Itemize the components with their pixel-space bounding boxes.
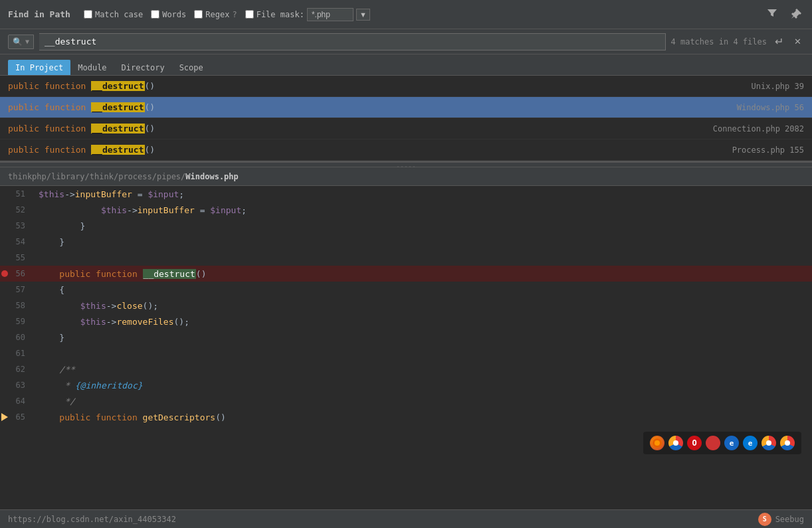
line-number: 64: [0, 396, 33, 406]
regex-checkbox[interactable]: [194, 10, 203, 19]
red-dot-icon[interactable]: [706, 436, 720, 450]
search-input[interactable]: [39, 33, 665, 50]
file-mask-checkbox[interactable]: [245, 10, 254, 19]
file-mask-dropdown[interactable]: ▼: [356, 9, 370, 21]
tab-directory[interactable]: Directory: [114, 60, 172, 75]
browser-icons-panel: O e e: [643, 432, 801, 454]
code-line-63: 63 * {@inheritdoc}: [0, 377, 812, 393]
seebug-label: Seebug: [775, 515, 804, 524]
line-number: 62: [0, 365, 33, 374]
code-line-57: 57 {: [0, 282, 812, 298]
code-content: public function __destruct(): [33, 269, 812, 279]
words-checkbox[interactable]: [151, 10, 159, 19]
tab-module[interactable]: Module: [70, 60, 114, 75]
result-file: Windows.php 56: [737, 103, 804, 112]
search-icon-wrapper: 🔍 ▼: [8, 35, 34, 49]
code-content: }: [33, 333, 812, 343]
search-dropdown-icon[interactable]: ▼: [25, 38, 29, 45]
code-content: public function getDescriptors(): [33, 412, 812, 422]
filter-button[interactable]: [764, 7, 780, 22]
result-suffix: (): [145, 102, 155, 112]
file-name: Windows.php: [185, 172, 238, 181]
words-label[interactable]: Words: [162, 10, 186, 19]
regex-label[interactable]: Regex: [205, 10, 229, 19]
code-content: {: [33, 285, 812, 295]
code-line-54: 54 }: [0, 234, 812, 250]
result-item[interactable]: public function __destruct() Unix.php 39: [0, 76, 812, 97]
line-number: 65: [0, 412, 33, 422]
code-line-58: 58 $this->close();: [0, 298, 812, 313]
code-line-60: 60 }: [0, 329, 812, 345]
result-suffix: (): [145, 81, 155, 91]
code-line-59: 59 $this->removeFiles();: [0, 313, 812, 329]
code-line-55: 55: [0, 250, 812, 266]
chrome-icon-2[interactable]: [761, 436, 776, 450]
code-line-62: 62 /**: [0, 361, 812, 377]
file-mask-group: File mask: ▼: [245, 8, 370, 21]
file-mask-label[interactable]: File mask:: [256, 10, 304, 19]
opera-icon[interactable]: O: [687, 436, 702, 450]
result-keyword: public function: [8, 81, 91, 91]
seebug-icon: S: [758, 513, 771, 526]
result-keyword: public function: [8, 124, 91, 133]
match-case-checkbox[interactable]: [84, 10, 92, 19]
result-item[interactable]: public function __destruct() Connection.…: [0, 118, 812, 139]
code-content: }: [33, 237, 812, 247]
tab-scope[interactable]: Scope: [172, 60, 211, 75]
chrome-icon-1[interactable]: [668, 436, 683, 450]
divider[interactable]: .....: [0, 162, 812, 167]
status-bar: https://blog.csdn.net/axin_44053342 S Se…: [0, 509, 812, 528]
code-line-64: 64 */: [0, 393, 812, 409]
regex-group: Regex ?: [194, 10, 237, 19]
line-number: 52: [0, 205, 33, 215]
toolbar: Find in Path Match case Words Regex ? Fi…: [0, 0, 812, 29]
code-content: * {@inheritdoc}: [33, 381, 812, 391]
file-path: thinkphp/library/think/process/pipes/: [8, 172, 185, 181]
breakpoint-arrow: [1, 413, 8, 421]
regex-help-icon[interactable]: ?: [232, 10, 237, 19]
match-case-group: Match case: [84, 10, 143, 19]
result-item[interactable]: public function __destruct() Process.php…: [0, 139, 812, 161]
pin-button[interactable]: [788, 7, 804, 22]
svg-point-1: [655, 440, 660, 446]
result-highlight: __destruct: [91, 124, 144, 133]
find-in-path-title: Find in Path: [8, 9, 70, 19]
match-case-label[interactable]: Match case: [95, 10, 143, 19]
scope-tabs: In Project Module Directory Scope: [0, 54, 812, 76]
code-content: /**: [33, 365, 812, 375]
code-content: $this->inputBuffer = $input;: [33, 189, 812, 199]
code-line-53: 53 }: [0, 218, 812, 234]
tab-in-project[interactable]: In Project: [8, 60, 70, 75]
result-file: Unix.php 39: [752, 82, 804, 91]
line-number: 60: [0, 333, 33, 342]
code-line-56: 56 public function __destruct(): [0, 266, 812, 282]
code-line-61: 61: [0, 345, 812, 361]
code-content: */: [33, 396, 812, 406]
ie-icon[interactable]: e: [724, 436, 739, 450]
main-container: Find in Path Match case Words Regex ? Fi…: [0, 0, 812, 528]
search-enter-button[interactable]: ↵: [772, 35, 786, 48]
result-item[interactable]: public function __destruct() Windows.php…: [0, 97, 812, 118]
breakpoint-dot: [1, 270, 8, 277]
status-url: https://blog.csdn.net/axin_44053342: [8, 515, 176, 524]
search-icon: 🔍: [13, 37, 23, 46]
line-number: 51: [0, 189, 33, 199]
result-keyword: public function: [8, 145, 91, 155]
code-line-51: 51 $this->inputBuffer = $input;: [0, 186, 812, 202]
firefox-icon[interactable]: [650, 436, 664, 450]
result-suffix: (): [145, 124, 155, 133]
line-number: 61: [0, 349, 33, 358]
line-number: 53: [0, 221, 33, 230]
line-number: 57: [0, 285, 33, 294]
code-content: $this->removeFiles();: [33, 317, 812, 327]
search-bar: 🔍 ▼ 4 matches in 4 files ↵ ✕: [0, 29, 812, 54]
line-number: 58: [0, 301, 33, 310]
search-clear-button[interactable]: ✕: [791, 37, 804, 46]
edge-icon[interactable]: e: [743, 436, 758, 450]
results-list: public function __destruct() Unix.php 39…: [0, 76, 812, 162]
file-mask-input[interactable]: [307, 8, 354, 21]
words-group: Words: [151, 10, 186, 19]
chrome-icon-3[interactable]: [780, 436, 795, 450]
line-number: 54: [0, 237, 33, 246]
result-text: public function __destruct(): [8, 124, 708, 133]
